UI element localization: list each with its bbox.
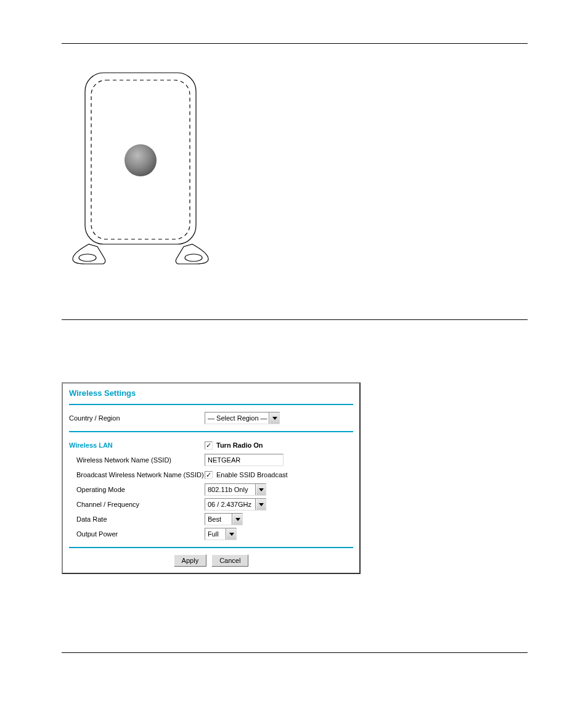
check-icon: ✓ [206, 442, 211, 449]
select-value: 802.11b Only [205, 484, 256, 495]
input-value: NETGEAR [208, 456, 240, 464]
broadcast-ssid-label: Broadcast Wireless Network Name (SSID) [69, 471, 205, 478]
svg-point-4 [185, 254, 202, 261]
enable-ssid-broadcast-checkbox[interactable]: ✓ [205, 471, 213, 479]
divider [62, 319, 528, 320]
panel-title: Wireless Settings [69, 388, 353, 398]
country-region-select[interactable]: — Select Region — [205, 412, 280, 424]
divider [69, 404, 353, 405]
divider [69, 431, 353, 432]
select-value: Full [205, 528, 226, 540]
ssid-input[interactable]: NETGEAR [205, 454, 284, 466]
data-rate-select[interactable]: Best [205, 513, 243, 525]
enable-ssid-broadcast-label: Enable SSID Broadcast [216, 471, 288, 478]
channel-frequency-label: Channel / Frequency [69, 501, 205, 508]
wireless-lan-section: Wireless LAN [69, 441, 205, 449]
wireless-settings-panel: Wireless Settings Country / Region — Sel… [62, 382, 361, 574]
channel-frequency-select[interactable]: 06 / 2.437GHz [205, 498, 266, 511]
ssid-label: Wireless Network Name (SSID) [69, 456, 205, 464]
divider [62, 43, 528, 44]
output-power-select[interactable]: Full [205, 528, 237, 540]
turn-radio-on-label: Turn Radio On [216, 441, 263, 449]
operating-mode-label: Operating Mode [69, 486, 205, 493]
country-region-label: Country / Region [69, 414, 205, 422]
chevron-down-icon[interactable] [226, 528, 236, 540]
cancel-button[interactable]: Cancel [211, 554, 248, 567]
divider [62, 652, 528, 653]
turn-radio-on-checkbox[interactable]: ✓ [205, 441, 213, 449]
chevron-down-icon[interactable] [232, 514, 242, 525]
device-illustration [67, 68, 214, 265]
output-power-label: Output Power [69, 530, 205, 538]
chevron-down-icon[interactable] [269, 413, 279, 424]
select-value: Best [205, 514, 232, 525]
chevron-down-icon[interactable] [256, 484, 266, 495]
check-icon: ✓ [206, 472, 211, 478]
svg-point-3 [79, 254, 96, 261]
chevron-down-icon[interactable] [256, 499, 266, 510]
apply-button[interactable]: Apply [174, 554, 207, 567]
divider [69, 547, 353, 548]
select-value: — Select Region — [205, 413, 269, 424]
svg-point-2 [125, 144, 157, 176]
operating-mode-select[interactable]: 802.11b Only [205, 483, 266, 496]
data-rate-label: Data Rate [69, 515, 205, 523]
select-value: 06 / 2.437GHz [205, 499, 256, 510]
